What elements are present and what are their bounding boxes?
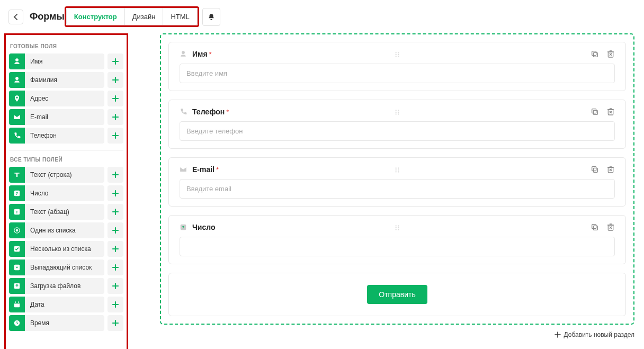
duplicate-button[interactable] [591,50,599,58]
field-item-text-para[interactable]: TТекст (абзац) [9,204,123,220]
field-label: Телефон [192,108,225,116]
field-item-upload[interactable]: Загрузка файлов [9,278,123,294]
svg-rect-10 [14,302,20,303]
svg-point-28 [398,113,399,114]
field-label: E-mail [192,165,214,174]
field-item-number[interactable]: 7Число [9,185,123,201]
plus-icon [112,208,119,216]
add-field-button[interactable] [108,167,123,183]
plus-icon [112,301,119,308]
field-item-radio[interactable]: Один из списка [9,222,123,238]
svg-rect-49 [593,226,597,230]
radio-icon [9,222,25,238]
drag-handle-icon[interactable] [393,51,401,58]
add-field-button[interactable] [108,53,123,69]
required-indicator: * [216,166,219,174]
dropdown-icon [9,259,25,275]
field-item-label: Текст (строка) [25,167,104,183]
field-item-label: Дата [25,297,104,312]
field-item-pin[interactable]: Адрес [9,91,123,106]
svg-point-23 [396,110,397,111]
add-field-button[interactable] [108,297,123,312]
field-input[interactable] [180,179,615,199]
tab-constructor[interactable]: Конструктор [67,8,125,25]
delete-button[interactable] [606,50,615,58]
time-icon [9,315,25,331]
form-dropzone[interactable]: Имя*Телефон*E-mail*7Число Отправить [160,33,634,325]
field-input[interactable] [180,121,615,141]
field-item-date[interactable]: Дата [9,297,123,312]
drag-handle-icon[interactable] [393,109,401,116]
add-field-button[interactable] [108,315,123,331]
delete-button[interactable] [606,108,615,116]
drag-handle-icon[interactable] [393,224,401,231]
field-item-label: Число [25,185,104,201]
duplicate-button[interactable] [591,223,599,231]
submit-button[interactable]: Отправить [367,285,427,304]
checkbox-icon [9,241,25,257]
svg-rect-29 [593,110,597,114]
svg-rect-12 [18,301,19,303]
svg-point-5 [16,229,19,232]
plus-icon [112,113,119,121]
delete-button[interactable] [606,223,615,231]
drag-handle-icon[interactable] [393,166,401,174]
field-item-dropdown[interactable]: Выпадающий список [9,259,123,275]
plus-icon [112,95,119,102]
field-item-label: Загрузка файлов [25,278,104,294]
person-icon [9,53,25,69]
form-field-card[interactable]: E-mail* [168,157,626,207]
add-field-button[interactable] [108,128,123,144]
svg-point-36 [396,171,397,172]
field-input[interactable] [180,237,615,256]
svg-point-42 [398,225,399,226]
add-field-button[interactable] [108,222,123,238]
add-field-button[interactable] [108,204,123,220]
svg-rect-30 [592,109,596,113]
upload-icon [9,278,25,294]
delete-button[interactable] [606,165,615,174]
add-field-button[interactable] [108,72,123,88]
plus-icon [112,190,119,197]
field-input[interactable] [180,64,615,83]
field-item-time[interactable]: Время [9,315,123,331]
field-item-label: Телефон [25,128,104,144]
field-item-text-line[interactable]: Текст (строка) [9,167,123,183]
form-field-card[interactable]: Телефон* [168,100,626,149]
add-field-button[interactable] [108,91,123,106]
notifications-button[interactable] [202,8,220,26]
pin-icon [9,91,25,106]
field-item-checkbox[interactable]: Несколько из списка [9,241,123,257]
form-field-card[interactable]: 7Число [168,215,626,264]
add-field-button[interactable] [108,109,123,125]
add-field-button[interactable] [108,241,123,257]
bell-icon [208,13,215,21]
field-item-mail[interactable]: E-mail [9,109,123,125]
field-item-label: Несколько из списка [25,241,104,257]
field-item-label: Фамилия [25,72,104,88]
field-item-person[interactable]: Имя [9,53,123,69]
text-line-icon [9,167,25,183]
add-section-button[interactable]: Добавить новый раздел [160,331,634,338]
add-field-button[interactable] [108,185,123,201]
tab-design[interactable]: Дизайн [125,8,164,25]
back-button[interactable] [8,10,23,24]
svg-text:T: T [16,210,19,214]
number-icon: 7 [9,185,25,201]
duplicate-button[interactable] [591,165,599,174]
person-icon [180,50,187,58]
field-label: Число [192,223,216,231]
number-icon: 7 [180,223,187,231]
add-field-button[interactable] [108,278,123,294]
ready-fields-label: ГОТОВЫЕ ПОЛЯ [10,43,123,49]
add-field-button[interactable] [108,259,123,275]
form-field-card[interactable]: Имя* [168,42,626,91]
svg-point-27 [396,113,397,114]
tab-html[interactable]: HTML [163,8,196,25]
field-item-person[interactable]: Фамилия [9,72,123,88]
field-item-phone[interactable]: Телефон [9,128,123,144]
mail-icon [9,109,25,125]
plus-icon [112,245,119,253]
svg-text:7: 7 [16,192,18,195]
duplicate-button[interactable] [591,108,599,116]
